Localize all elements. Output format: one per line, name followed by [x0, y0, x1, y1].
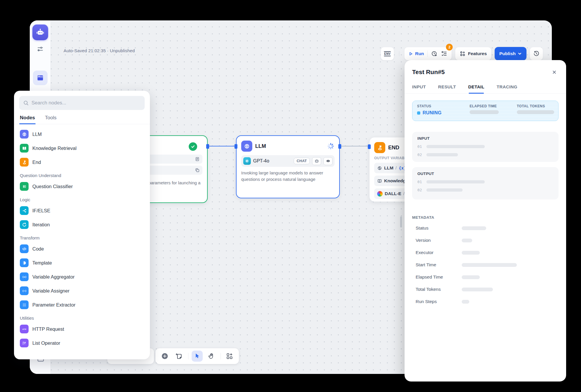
node-item-if-else[interactable]: IF/ELSE [19, 204, 145, 218]
tab-nodes[interactable]: Nodes [20, 115, 35, 121]
row-index: 02 [417, 188, 422, 192]
metadata-label: Start Time [416, 262, 462, 267]
node-item-label: IF/ELSE [32, 208, 50, 214]
output-handle[interactable] [338, 144, 341, 149]
node-item-label: Variable Assigner [32, 288, 69, 294]
skeleton-bar [517, 110, 554, 114]
variable-node-label: DALL-E [385, 191, 401, 196]
node-search-panel: Nodes Tools LLMKnowledge RetrievalEndQue… [14, 91, 150, 359]
node-item-label: Template [32, 260, 52, 266]
node-item-question-classifier[interactable]: Question Classifier [19, 179, 145, 193]
node-item-http-request[interactable]: HTTPHTTP Request [19, 322, 145, 336]
skeleton-bar [462, 226, 486, 230]
total-tokens-label: TOTAL TOKENS [517, 104, 554, 108]
skeleton-bar [462, 300, 469, 304]
metadata-label: Total Tokens [416, 287, 462, 292]
vision-eye-icon[interactable] [323, 157, 332, 165]
env-button[interactable]: ENV [381, 47, 394, 60]
llm-icon [20, 130, 29, 139]
run-history-icon[interactable] [431, 50, 438, 57]
parameter-extractor-icon [20, 300, 29, 309]
node-item-parameter-extractor[interactable]: Parameter Extractor [19, 298, 145, 312]
version-history-button[interactable] [530, 47, 543, 60]
add-note-button[interactable] [174, 351, 185, 362]
metadata-row: Status [412, 222, 559, 234]
panel-resize-handle[interactable] [400, 216, 402, 228]
node-item-label: Parameter Extractor [32, 302, 76, 308]
book-outline-icon [377, 178, 382, 183]
topbar-actions: ENV Run 2 Features Publish [30, 47, 552, 60]
run-panel-tabs: INPUTRESULTDETAILTRACING [405, 84, 566, 94]
success-check-icon [189, 142, 197, 151]
hand-mode-button[interactable] [206, 351, 217, 362]
node-item-iteration[interactable]: Iteration [19, 218, 145, 232]
node-item-knowledge-retrieval[interactable]: Knowledge Retrieval [19, 141, 145, 155]
panel-title: Test Run#5 [412, 69, 445, 76]
canvas-toolbar [155, 348, 239, 364]
divider: / [396, 165, 397, 171]
close-icon[interactable] [550, 68, 559, 76]
llm-icon [241, 141, 252, 152]
row-index: 01 [417, 144, 422, 149]
skeleton-bar [426, 153, 458, 156]
llm-outline-icon [377, 166, 382, 171]
test-run-panel: Test Run#5 INPUTRESULTDETAILTRACING STAT… [405, 60, 566, 382]
node-item-variable-assigner[interactable]: {=}Variable Assigner [19, 284, 145, 298]
input-card: INPUT 0102 [412, 132, 559, 162]
output-card: OUTPUT 0102 [412, 167, 559, 200]
publish-button[interactable]: Publish [495, 47, 526, 60]
run-button[interactable]: Run [409, 51, 424, 56]
add-node-button[interactable] [159, 351, 170, 362]
node-item-label: Knowledge Retrieval [32, 146, 76, 151]
node-item-end[interactable]: End [19, 155, 145, 169]
model-selector[interactable]: GPT-4o CHAT [241, 155, 335, 167]
metadata-label: Version [416, 238, 462, 243]
model-name: GPT-4o [253, 158, 291, 164]
node-item-label: Iteration [32, 222, 50, 228]
input-handle[interactable] [368, 144, 371, 149]
output-handle[interactable] [206, 144, 209, 149]
iteration-icon [20, 220, 29, 229]
llm-node[interactable]: LLM GPT-4o CHAT Invoking large language … [236, 135, 340, 198]
document-icon [195, 157, 200, 162]
search-box[interactable] [19, 96, 145, 110]
metadata-row: Run Steps [412, 295, 559, 308]
metadata-row: Total Tokens [412, 283, 559, 295]
loading-spinner-icon [327, 142, 335, 150]
llm-node-title: LLM [255, 143, 324, 149]
panel-window-icon[interactable] [33, 71, 48, 85]
page: Start Define the initial parameters for … [0, 0, 581, 392]
node-item-template[interactable]: Template [19, 256, 145, 270]
input-handle[interactable] [235, 144, 237, 149]
tab-input[interactable]: INPUT [412, 84, 426, 89]
metadata-label: Run Steps [416, 299, 462, 304]
skeleton-bar [462, 239, 472, 242]
variable-assigner-icon: {=} [20, 286, 29, 295]
io-row: 01 [417, 180, 553, 184]
app-robot-logo[interactable] [32, 24, 48, 40]
node-item-llm[interactable]: LLM [19, 127, 145, 141]
skeleton-bar [462, 288, 493, 291]
tab-result[interactable]: RESULT [438, 84, 456, 89]
search-input[interactable] [32, 100, 141, 106]
end-flag-icon [20, 158, 29, 167]
node-item-list-operator[interactable]: List Operator [19, 336, 145, 350]
node-item-variable-aggregator[interactable]: {x}Variable Aggregator [19, 270, 145, 284]
tab-tracing[interactable]: TRACING [497, 84, 517, 89]
checklist-icon[interactable] [441, 50, 447, 57]
node-item-code[interactable]: Code [19, 242, 145, 256]
tab-detail[interactable]: DETAIL [468, 84, 484, 89]
tab-tools[interactable]: Tools [45, 115, 57, 121]
play-icon [409, 52, 413, 56]
node-item-label: List Operator [32, 340, 60, 346]
metadata-label: Executor [416, 250, 462, 255]
question-classifier-icon [20, 182, 29, 191]
run-button-group: Run 2 [404, 47, 452, 60]
features-button[interactable]: Features [455, 47, 491, 60]
memory-robot-icon[interactable] [312, 157, 321, 165]
pointer-mode-button[interactable] [192, 351, 203, 362]
organize-nodes-button[interactable] [224, 351, 235, 362]
metadata-label: Status [416, 225, 462, 231]
skeleton-bar [462, 275, 480, 279]
metadata-row: Start Time [412, 259, 559, 271]
